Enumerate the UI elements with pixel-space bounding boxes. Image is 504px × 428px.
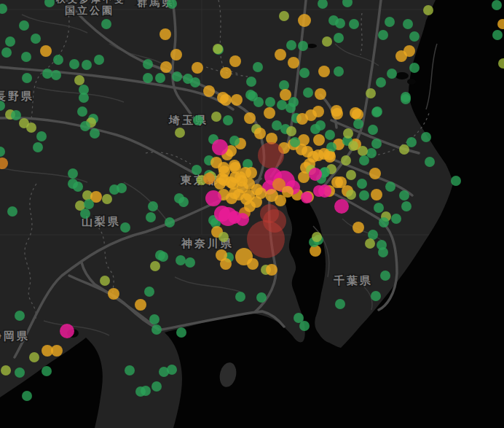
data-point-marker[interactable] <box>315 88 326 100</box>
data-point-marker[interactable] <box>160 61 172 73</box>
data-point-marker[interactable] <box>299 321 310 331</box>
data-point-marker[interactable] <box>368 125 378 135</box>
data-point-marker[interactable] <box>369 168 381 179</box>
data-point-marker[interactable] <box>165 217 175 227</box>
data-point-marker[interactable] <box>236 175 248 187</box>
data-point-marker[interactable] <box>309 168 322 181</box>
data-point-marker[interactable] <box>401 201 412 211</box>
data-point-marker[interactable] <box>5 36 15 47</box>
data-point-marker[interactable] <box>359 155 369 166</box>
data-point-marker[interactable] <box>42 69 52 79</box>
data-point-marker[interactable] <box>387 69 397 79</box>
data-point-marker[interactable] <box>245 90 256 100</box>
data-point-marker[interactable] <box>60 324 74 338</box>
data-point-marker[interactable] <box>1 365 11 376</box>
data-point-marker[interactable] <box>423 5 433 15</box>
data-point-marker[interactable] <box>69 59 79 69</box>
data-point-marker[interactable] <box>399 144 409 155</box>
data-point-marker[interactable] <box>253 62 263 72</box>
data-point-marker[interactable] <box>102 194 112 204</box>
data-point-marker[interactable] <box>279 11 289 21</box>
data-point-marker[interactable] <box>150 261 160 271</box>
data-point-marker[interactable] <box>217 92 229 104</box>
data-point-marker[interactable] <box>253 97 264 107</box>
data-point-marker[interactable] <box>368 230 378 240</box>
data-point-marker[interactable] <box>371 189 382 201</box>
data-point-marker[interactable] <box>371 139 382 149</box>
data-point-marker[interactable] <box>21 52 31 62</box>
data-point-marker[interactable] <box>318 184 331 198</box>
data-point-marker[interactable] <box>378 247 388 257</box>
data-point-marker[interactable] <box>212 139 228 155</box>
data-point-marker[interactable] <box>213 44 223 54</box>
data-point-marker[interactable] <box>203 173 215 184</box>
data-point-marker[interactable] <box>233 189 245 201</box>
data-point-marker[interactable] <box>1 47 12 58</box>
data-point-marker[interactable] <box>334 33 344 43</box>
data-point-marker[interactable] <box>334 199 349 214</box>
data-point-marker[interactable] <box>353 119 363 129</box>
data-point-marker[interactable] <box>158 252 168 262</box>
data-point-marker[interactable] <box>312 106 324 117</box>
data-point-marker[interactable] <box>247 220 285 258</box>
data-point-marker[interactable] <box>358 146 368 156</box>
data-point-marker[interactable] <box>372 106 382 117</box>
data-point-marker[interactable] <box>167 365 177 375</box>
data-point-marker[interactable] <box>214 206 230 222</box>
data-point-marker[interactable] <box>218 162 229 174</box>
data-point-marker[interactable] <box>298 41 308 51</box>
data-point-marker[interactable] <box>399 190 409 201</box>
data-point-marker[interactable] <box>492 0 502 10</box>
data-point-marker[interactable] <box>151 381 162 392</box>
data-point-marker[interactable] <box>80 121 90 131</box>
data-point-marker[interactable] <box>29 352 39 362</box>
data-point-marker[interactable] <box>178 197 189 207</box>
data-point-marker[interactable] <box>101 19 111 29</box>
data-point-marker[interactable] <box>350 107 361 119</box>
data-point-marker[interactable] <box>26 122 36 133</box>
data-point-marker[interactable] <box>120 222 130 233</box>
data-point-marker[interactable] <box>247 258 259 270</box>
data-point-marker[interactable] <box>40 45 52 57</box>
data-point-marker[interactable] <box>190 77 200 87</box>
data-point-marker[interactable] <box>7 206 17 217</box>
data-point-marker[interactable] <box>318 66 330 77</box>
data-point-marker[interactable] <box>143 59 153 69</box>
data-point-marker[interactable] <box>74 75 84 85</box>
data-point-marker[interactable] <box>144 287 154 297</box>
data-point-marker[interactable] <box>205 190 221 206</box>
data-point-marker[interactable] <box>275 195 286 206</box>
data-point-marker[interactable] <box>36 131 47 141</box>
data-point-marker[interactable] <box>286 103 296 113</box>
data-point-marker[interactable] <box>303 87 313 98</box>
data-point-marker[interactable] <box>19 20 29 31</box>
data-point-marker[interactable] <box>175 128 185 138</box>
data-point-marker[interactable] <box>77 106 87 117</box>
data-point-marker[interactable] <box>228 211 241 224</box>
data-point-marker[interactable] <box>151 324 162 335</box>
data-point-marker[interactable] <box>244 112 256 124</box>
data-point-marker[interactable] <box>324 151 336 163</box>
data-point-marker[interactable] <box>135 299 146 311</box>
data-point-marker[interactable] <box>353 222 364 233</box>
data-point-marker[interactable] <box>135 386 146 397</box>
data-point-marker[interactable] <box>299 68 310 78</box>
data-point-marker[interactable] <box>335 176 347 188</box>
data-point-marker[interactable] <box>235 292 245 302</box>
data-point-marker[interactable] <box>203 85 215 97</box>
data-point-marker[interactable] <box>279 80 289 90</box>
data-point-marker[interactable] <box>176 255 186 265</box>
data-point-marker[interactable] <box>192 62 203 74</box>
map-canvas[interactable]: 秩父多摩甲斐群馬県国立公園長野県埼玉県東京都山梨県神奈川県千葉県静岡県 <box>0 0 504 428</box>
data-point-marker[interactable] <box>53 55 63 65</box>
data-point-marker[interactable] <box>341 155 351 166</box>
data-point-marker[interactable] <box>385 17 395 27</box>
data-point-marker[interactable] <box>315 120 326 131</box>
data-point-marker[interactable] <box>15 367 25 378</box>
data-point-marker[interactable] <box>277 100 287 110</box>
data-point-marker[interactable] <box>376 77 386 87</box>
data-point-marker[interactable] <box>125 365 135 376</box>
data-point-marker[interactable] <box>331 105 342 117</box>
data-point-marker[interactable] <box>301 192 312 203</box>
data-point-marker[interactable] <box>298 14 311 27</box>
